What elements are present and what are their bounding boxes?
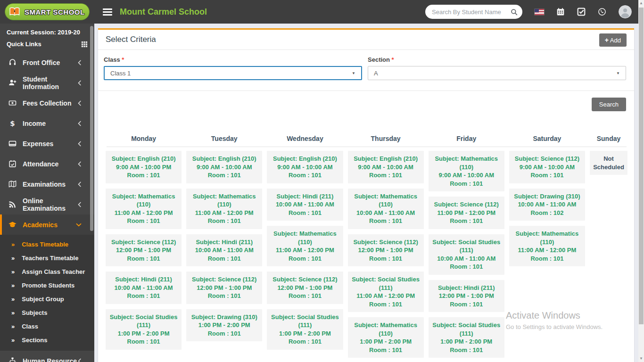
quick-links[interactable]: Quick Links [0,38,94,52]
timetable-cell[interactable]: Subject: Science (112)12:00 PM - 1:00 PM… [348,234,424,267]
timetable-cell[interactable]: Subject: Mathematics (110)9:00 AM - 10:0… [429,151,504,191]
cell-time: 11:00 AM - 12:00 PM [512,246,582,255]
app-logo[interactable]: SMART SCHOOL [5,3,90,20]
main-area: Select Criteria +Add Class * Class 1 ▼ S… [94,24,638,362]
timetable-cell[interactable]: Subject: Science (112)12:00 PM - 1:00 PM… [106,234,182,267]
timetable-cell[interactable]: Subject: Science (112)12:00 PM - 1:00 PM… [186,272,262,304]
hamburger-menu-icon[interactable] [103,7,112,17]
timetable-cell[interactable]: Subject: Mathematics (110)11:00 AM - 12:… [509,226,585,266]
cell-time: 1:00 PM - 2:00 PM [108,329,179,338]
timetable-cell[interactable]: Subject: Hindi (211)10:00 AM - 11:00 AMR… [267,189,343,221]
timetable-column-monday: Subject: English (210)9:00 AM - 10:00 PM… [106,151,182,362]
sidebar-scrollbar[interactable] [90,26,93,231]
timetable-column-wednesday: Subject: English (210)9:00 AM - 10:00 AM… [267,151,343,362]
timetable-cell[interactable]: Subject: Science (112)11:00 PM - 12:00 P… [429,197,504,229]
add-button[interactable]: +Add [599,33,627,47]
cell-time: 9:00 AM - 10:00 AM [189,163,259,172]
cell-room: Room : 101 [351,171,421,180]
submenu-item-assign-class-teacher[interactable]: »Assign Class Teacher [0,265,94,279]
search-icon[interactable] [511,8,518,16]
submenu-item-class[interactable]: »Class [0,320,94,333]
timetable-cell[interactable]: Subject: English (210)9:00 AM - 10:00 AM… [348,151,424,183]
timetable-cell[interactable]: Subject: Hindi (211)10:00 AM - 11:00 AMR… [186,234,262,267]
chevron-left-icon [78,141,82,147]
timetable-cell[interactable]: Subject: Mathematics (110)11:00 AM - 12:… [106,189,182,229]
cell-time: 12:00 PM - 1:00 PM [189,284,259,292]
double-chevron-icon: » [11,268,15,275]
front-office-icon [8,58,17,66]
timetable-cell[interactable]: Subject: Social Studies (111)10:00 AM - … [429,234,504,275]
section-select[interactable]: A ▼ [368,66,626,80]
timetable-cell[interactable]: Subject: Mathematics (110)11:00 AM - 12:… [186,189,262,229]
scroll-down-arrow[interactable]: ▼ [638,355,644,362]
submenu-item-subject-group[interactable]: »Subject Group [0,292,94,306]
sidebar-item-student-information[interactable]: Student Information [0,73,94,93]
sidebar-item-online-examinations[interactable]: Online Examinations [0,194,94,214]
timetable-cell[interactable]: Subject: English (210)9:00 AM - 10:00 AM… [267,151,343,183]
chevron-down-icon: ▼ [616,71,620,75]
submenu-item-class-timetable[interactable]: »Class Timetable [0,238,94,251]
search-input[interactable] [432,8,511,16]
timetable-cell[interactable]: Subject: Social Studies (111)1:00 PM - 2… [429,317,504,358]
sidebar-item-label: Human Resource [23,357,78,362]
sidebar-item-examinations[interactable]: Examinations [0,174,94,194]
timetable-cell[interactable]: Subject: English (210)9:00 AM - 10:00 PM… [106,151,182,183]
timetable-cell[interactable]: Subject: Hindi (211)12:00 PM - 1:00 PMRo… [429,280,504,313]
cell-time: 12:00 PM - 1:00 PM [270,284,340,292]
chevron-left-icon [78,358,82,362]
sidebar-item-expenses[interactable]: Expenses [0,133,94,154]
examinations-icon [8,180,17,188]
search-button[interactable]: Search [592,98,626,111]
cell-subject: Subject: Hindi (211) [270,192,340,201]
sidebar-item-human-resource[interactable]: Human Resource [0,351,94,362]
double-chevron-icon: » [11,309,15,316]
timetable-cell[interactable]: Subject: Drawing (310)1:00 PM - 2:00 PMR… [186,309,262,342]
school-name: Mount Carmel School [120,7,207,17]
sidebar-item-front-office[interactable]: Front Office [0,52,94,73]
timetable-cell[interactable]: Subject: Mathematics (110)10:00 AM - 11:… [348,189,424,229]
cell-room: Room : 101 [351,255,421,263]
timetable-cell[interactable]: Subject: Science (112)12:00 PM - 1:00 PM… [267,272,343,304]
submenu-item-teachers-timetable[interactable]: »Teachers Timetable [0,251,94,265]
student-search [425,5,522,19]
cell-time: 10:00 AM - 11:00 AM [431,255,502,263]
timetable-cell[interactable]: Subject: Social Studies (111)11:00 AM - … [348,272,424,312]
whatsapp-icon[interactable] [598,8,606,16]
cell-time: 10:00 AM - 11:00 AM [351,209,421,217]
cell-room: Room : 101 [512,171,582,180]
timetable-cell[interactable]: Subject: Science (112)9:00 AM - 10:00 AM… [509,151,585,183]
sidebar-item-academics[interactable]: Academics [0,214,94,235]
timetable-cell[interactable]: Subject: English (210)9:00 AM - 10:00 AM… [186,151,262,183]
submenu-item-label: Sections [22,337,47,344]
user-avatar[interactable] [619,5,632,18]
top-header: SMART SCHOOL Mount Carmel School [0,0,638,24]
day-header-wednesday: Wednesday [267,135,343,147]
timetable-cell[interactable]: Subject: Drawing (310)10:00 AM - 11:00 A… [509,189,585,221]
cell-time: 9:00 AM - 10:00 AM [512,163,582,172]
timetable-cell[interactable]: Subject: Social Studies (111)1:00 PM - 2… [267,309,343,350]
cell-subject: Subject: Mathematics (110) [431,155,502,171]
timetable-cell[interactable]: Subject: Hindi (211)10:00 AM - 11:00 AMR… [106,272,182,304]
tasks-icon[interactable] [577,8,586,16]
cell-room: Room : 101 [512,255,582,263]
sidebar-item-attendance[interactable]: Attendance [0,154,94,174]
timetable-cell[interactable]: Subject: Mathematics (110)11:00 AM - 12:… [267,226,343,266]
chevron-left-icon [78,121,82,126]
page-scrollbar[interactable]: ▲ ▼ [638,0,644,362]
scrollbar-thumb[interactable] [639,8,644,324]
cell-subject: Subject: Science (112) [189,275,259,284]
language-flag-icon[interactable] [535,9,544,15]
required-asterisk: * [392,56,394,63]
day-header-saturday: Saturday [509,135,585,147]
timetable-cell[interactable]: Subject: Mathematics (110)1:00 PM - 2:00… [348,317,424,358]
scroll-up-arrow[interactable]: ▲ [638,0,644,7]
submenu-item-sections[interactable]: »Sections [0,333,94,347]
class-select[interactable]: Class 1 ▼ [104,66,362,80]
submenu-item-promote-students[interactable]: »Promote Students [0,279,94,292]
submenu-item-subjects[interactable]: »Subjects [0,306,94,320]
calendar-icon[interactable] [556,8,565,16]
sidebar-item-fees-collection[interactable]: Fees Collection [0,93,94,113]
sidebar-item-income[interactable]: $Income [0,113,94,133]
cell-time: 12:00 PM - 1:00 PM [431,292,502,300]
timetable-cell[interactable]: Subject: Social Studies (111)1:00 PM - 2… [106,309,182,350]
